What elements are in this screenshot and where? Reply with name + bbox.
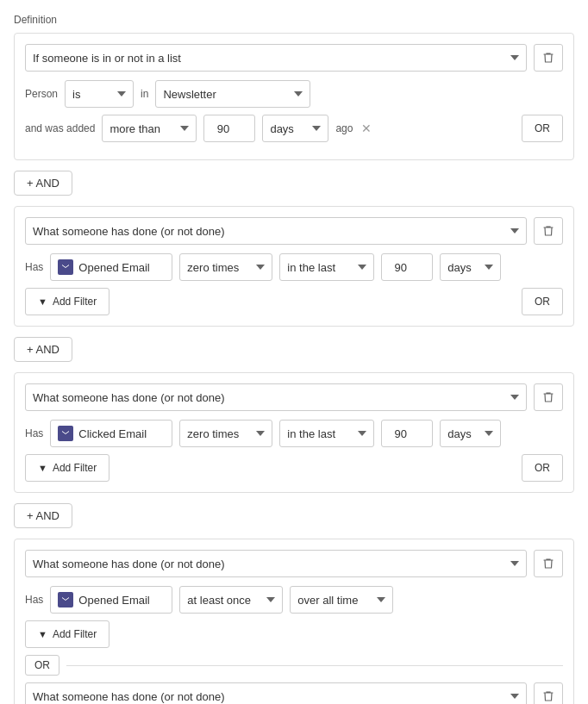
frequency-select-3[interactable]: zero times at least once — [179, 420, 272, 447]
action-select-2[interactable]: Opened Email Clicked Email — [78, 254, 165, 280]
condition-block-3: What someone has done (or not done) Has … — [14, 372, 574, 493]
condition-select-1[interactable]: If someone is in or not in a list — [25, 44, 527, 72]
condition-select-3[interactable]: What someone has done (or not done) — [25, 383, 527, 411]
delete-button-5[interactable] — [534, 682, 563, 704]
delete-button-2[interactable] — [534, 217, 563, 245]
filter-icon-3: ▼ — [38, 463, 47, 473]
and-button-1[interactable]: + AND — [14, 171, 72, 196]
action-select-wrapper-4: Opened Email Clicked Email — [50, 586, 172, 614]
condition-select-5[interactable]: What someone has done (or not done) — [25, 682, 527, 704]
or-button-2[interactable]: OR — [522, 288, 563, 315]
sub-block-5: What someone has done (or not done) Has … — [25, 682, 563, 704]
list-select[interactable]: Newsletter Subscribers Customers — [155, 80, 310, 108]
and-button-3[interactable]: + AND — [14, 503, 72, 528]
and-was-added-label: and was added — [25, 122, 95, 134]
delete-button-3[interactable] — [534, 383, 563, 411]
or-button-1[interactable]: OR — [522, 115, 563, 142]
period-unit-2[interactable]: days weeks — [440, 253, 501, 281]
condition-block-1: If someone is in or not in a list Person… — [14, 33, 574, 160]
has-label-4: Has — [25, 594, 43, 606]
person-select[interactable]: is is not — [65, 80, 134, 108]
condition-select-4[interactable]: What someone has done (or not done) — [25, 550, 527, 577]
filter-icon-4: ▼ — [38, 629, 47, 639]
delete-button-4[interactable] — [534, 550, 563, 577]
action-select-3[interactable]: Clicked Email Opened Email — [78, 421, 165, 446]
or-tag: OR — [25, 655, 59, 676]
email-icon-2 — [58, 259, 73, 275]
period-value-3[interactable] — [381, 420, 433, 447]
time-select-4[interactable]: over all time in the last — [290, 586, 393, 614]
person-label: Person — [25, 88, 58, 100]
condition-block-45: What someone has done (or not done) Has … — [14, 539, 574, 704]
condition-block-2: What someone has done (or not done) Has … — [14, 206, 574, 327]
email-icon-3 — [58, 426, 73, 441]
action-select-wrapper-2: Opened Email Clicked Email — [50, 253, 172, 281]
or-separator: OR — [25, 655, 563, 676]
add-filter-button-3[interactable]: ▼ Add Filter — [25, 454, 109, 482]
condition-select-2[interactable]: What someone has done (or not done) — [25, 217, 527, 245]
in-label: in — [141, 88, 148, 100]
or-line — [66, 665, 563, 666]
action-select-4[interactable]: Opened Email Clicked Email — [78, 587, 165, 613]
email-icon-4 — [58, 592, 73, 607]
period-value-2[interactable] — [381, 253, 433, 281]
delete-button-1[interactable] — [534, 44, 563, 72]
filter-icon-2: ▼ — [38, 296, 47, 307]
and-button-2[interactable]: + AND — [14, 337, 72, 362]
action-select-wrapper-3: Clicked Email Opened Email — [50, 420, 172, 447]
sub-block-4: What someone has done (or not done) Has … — [25, 550, 563, 648]
has-label-2: Has — [25, 261, 43, 273]
add-filter-button-2[interactable]: ▼ Add Filter — [25, 288, 109, 315]
or-button-3[interactable]: OR — [522, 454, 563, 482]
period-select-2[interactable]: in the last over all time — [279, 253, 374, 281]
definition-label: Definition — [14, 14, 574, 26]
days-unit-select-1[interactable]: days weeks months — [262, 115, 328, 142]
frequency-select-4[interactable]: at least once zero times — [179, 586, 283, 614]
close-ago[interactable]: ✕ — [361, 121, 372, 135]
period-select-3[interactable]: in the last over all time — [279, 420, 374, 447]
frequency-select-2[interactable]: zero times at least once — [179, 253, 272, 281]
period-unit-3[interactable]: days weeks — [440, 420, 501, 447]
more-than-select[interactable]: more than less than exactly — [102, 115, 197, 142]
add-filter-button-4[interactable]: ▼ Add Filter — [25, 620, 109, 648]
ago-label: ago — [335, 122, 353, 134]
has-label-3: Has — [25, 427, 43, 439]
days-number-input-1[interactable] — [203, 115, 255, 142]
